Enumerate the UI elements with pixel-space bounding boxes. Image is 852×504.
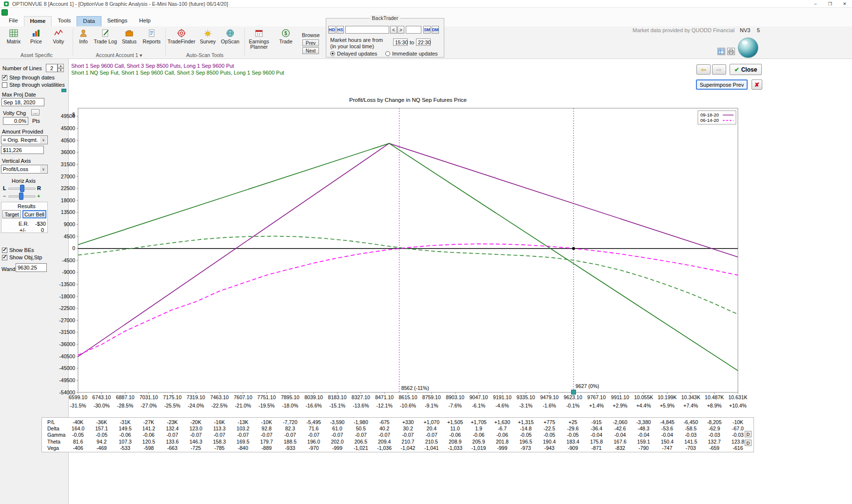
nv3-count: 5 [757, 27, 760, 33]
haxis-right-label: R [37, 185, 41, 191]
table-d-marker[interactable]: D [745, 440, 752, 446]
graph-forward-button[interactable]: ⇨ [712, 64, 726, 75]
number-of-lines-label: Number of Lines [2, 65, 42, 71]
wand-field[interactable]: 9630.25 [16, 263, 47, 272]
show-bes-checkbox[interactable] [2, 248, 7, 253]
volty-label: Volty [53, 39, 64, 44]
optionvue-window: OPTIONVUE 8 [Account 1] - [OptionVue 8 G… [0, 0, 852, 504]
tradefinder-label: TradeFinder [168, 39, 196, 44]
ribbon-separator [73, 28, 73, 56]
plus-minus-label: +/- [20, 227, 26, 233]
er-value: -$30 [30, 221, 46, 227]
survey-button[interactable]: Survey [198, 27, 218, 44]
haxis-minus-label: – [3, 193, 6, 199]
max-proj-date-label: Max Proj Date [2, 92, 36, 97]
browse-next-button[interactable]: Next [302, 47, 319, 54]
superimpose-prev-button[interactable]: Superimpose Prev [696, 79, 748, 90]
remove-superimpose-button[interactable]: ✘ [752, 79, 762, 90]
curr-bell-button[interactable]: Curr Bell [22, 210, 46, 218]
backtrader-date-field[interactable] [345, 26, 389, 34]
splitter-grip[interactable] [61, 89, 66, 92]
price-button[interactable]: Price [26, 27, 46, 44]
sun-icon [203, 27, 213, 39]
browse-prev-button[interactable]: Prev [302, 39, 319, 46]
close-graph-button[interactable]: ✔Close [730, 64, 762, 75]
reports-button[interactable]: Reports [141, 27, 162, 44]
table-d-marker[interactable]: D [745, 431, 752, 437]
dropdown-arrow-icon: ∨ [40, 136, 47, 143]
volty-button[interactable]: Volty [49, 27, 68, 44]
backtrader-sm-button[interactable]: SM [423, 26, 431, 34]
strategy-line-1: Short 1 Sep 9600 Call, Short 3 Sep 8500 … [71, 63, 234, 69]
market-data-note: Market data provided by QUODD Financial [633, 27, 734, 33]
haxis-zoom-thumb[interactable] [19, 193, 23, 200]
amount-mode-dropdown[interactable]: = Orig. Reqmt.∨ [1, 136, 48, 144]
pts-label: Pts [32, 118, 40, 124]
document-icon [147, 27, 157, 39]
menu-file[interactable]: File [3, 16, 24, 26]
backtrader-title: BackTrader [370, 15, 401, 21]
step-vol-checkbox[interactable] [2, 82, 7, 88]
svg-text:$: $ [284, 30, 287, 36]
backtrader-time-field[interactable] [406, 26, 421, 34]
immediate-updates-radio[interactable]: Immediate updates [385, 51, 438, 57]
backtrader-hd-button[interactable]: HD [328, 26, 336, 34]
number-of-lines-field[interactable]: 2 [46, 64, 58, 72]
radio-selected-icon [330, 51, 335, 56]
maximize-button[interactable]: ❐ [823, 0, 837, 8]
menu-help[interactable]: Help [133, 16, 157, 26]
market-open-field[interactable]: 15:30 [393, 39, 408, 46]
market-close-field[interactable]: 22:30 [416, 39, 431, 46]
optionvue-sphere-logo [738, 38, 758, 58]
backtrader-hs-button[interactable]: HS [337, 26, 344, 34]
delayed-updates-radio[interactable]: Delayed updates [330, 51, 377, 57]
briefcase-icon [124, 27, 134, 39]
info-button[interactable]: Info [75, 27, 92, 44]
step-vol-label: Step through volatilities [9, 82, 65, 88]
menu-tools[interactable]: Tools [52, 16, 77, 26]
menu-home[interactable]: Home [24, 16, 52, 26]
step-dates-label: Step through dates [9, 75, 55, 80]
trade-log-button[interactable]: Trade Log [93, 27, 118, 44]
status-label: Status [122, 39, 137, 44]
backtrader-step-back-button[interactable]: < [390, 26, 397, 34]
trade-button[interactable]: $ Trade [276, 27, 296, 44]
menu-data[interactable]: Data [77, 16, 101, 26]
vertical-axis-dropdown[interactable]: Profit/Loss∨ [1, 165, 48, 174]
volty-chg-field[interactable]: 0.0% [3, 117, 28, 125]
printer-icon[interactable] [727, 48, 735, 55]
backtrader-step-fwd-button[interactable]: > [397, 26, 404, 34]
survey-label: Survey [200, 39, 216, 44]
matrix-button[interactable]: Matrix [3, 27, 24, 44]
er-label: E.R. [19, 221, 29, 227]
dropdown-arrow-icon: ∨ [40, 166, 47, 173]
opscan-button[interactable]: OpScan [219, 27, 241, 44]
target-button[interactable]: Target [2, 210, 21, 218]
nv3-label: NV3 [740, 27, 750, 33]
earnings-planner-button[interactable]: Earnings Planner [246, 27, 272, 50]
tradefinder-button[interactable]: TradeFinder [167, 27, 196, 44]
haxis-center-thumb[interactable] [20, 185, 24, 192]
amount-provided-field[interactable]: $11,226 [1, 146, 44, 154]
volty-chart-icon [54, 27, 63, 39]
menu-settings[interactable]: Settings [101, 16, 134, 26]
graph-back-button[interactable]: ⇦ [696, 64, 711, 75]
minimize-button[interactable]: – [808, 0, 823, 8]
matrix-icon [9, 27, 19, 39]
spin-up-icon[interactable]: ▲ [58, 64, 64, 68]
spin-down-icon[interactable]: ▼ [58, 68, 64, 73]
volty-chg-label: Volty Chg [3, 110, 26, 116]
max-proj-date-field[interactable]: Sep 18, 2020 [1, 98, 44, 106]
status-button[interactable]: Status [119, 27, 139, 44]
data-link-icon[interactable] [717, 48, 725, 55]
backtrader-dm-button[interactable]: DM [432, 26, 439, 34]
chevron-down-icon: ▾ [139, 52, 142, 58]
earnings-planner-label: Earnings Planner [249, 39, 269, 50]
globe-icon [225, 27, 235, 39]
volty-chg-more-button[interactable]: ... [31, 109, 40, 116]
step-dates-checkbox[interactable] [2, 75, 7, 80]
number-of-lines-stepper[interactable]: ▲▼ [58, 64, 64, 72]
optionvue-logo-icon [4, 1, 9, 6]
close-window-button[interactable]: ✕ [837, 0, 852, 8]
show-obj-checkbox[interactable] [2, 255, 7, 260]
